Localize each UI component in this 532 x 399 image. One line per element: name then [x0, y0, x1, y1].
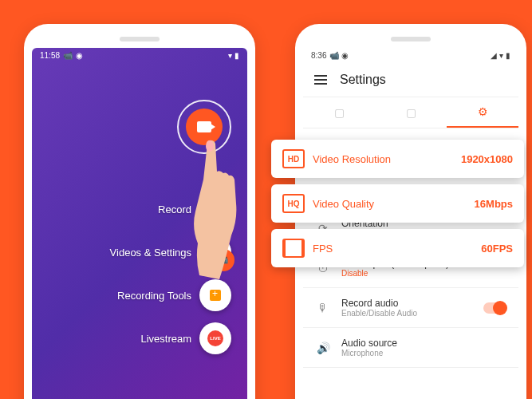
tab-2[interactable]: ▢: [375, 97, 447, 128]
microphone-icon: 🎙: [316, 302, 330, 314]
card-quality[interactable]: HQ Video Quality 16Mbps: [271, 184, 524, 223]
status-bar: 8:36 📹 ◉ ◢ ▾ ▮: [303, 48, 518, 63]
setting-record-audio[interactable]: 🎙 Record audio Enable/Disable Audio: [303, 288, 518, 328]
status-time: 11:58: [40, 51, 60, 60]
audio-toggle[interactable]: [483, 302, 506, 314]
status-icon: ◉: [76, 51, 83, 60]
card-resolution[interactable]: HD Video Resolution 1920x1080: [271, 140, 524, 178]
speaker-icon: 🔊: [316, 342, 330, 354]
page-title: Settings: [340, 73, 386, 87]
card-fps[interactable]: FPS 60FPS: [271, 229, 524, 267]
setting-audio-source[interactable]: 🔊 Audio source Microphone: [303, 328, 518, 368]
fab-tools[interactable]: Recording Tools: [117, 279, 231, 311]
phone-speaker: [391, 37, 431, 41]
status-icon: 📹 ◉: [329, 51, 349, 60]
status-time: 8:36: [311, 51, 326, 60]
phone-speaker: [120, 37, 160, 41]
battery-icon: ▮: [234, 51, 239, 60]
camera-icon: [197, 121, 211, 132]
tab-1[interactable]: ▢: [303, 97, 375, 128]
fab-videos-settings[interactable]: Videos & Settings 📹: [110, 236, 231, 268]
wifi-icon: ▾: [228, 51, 232, 60]
live-icon: LIVE: [207, 330, 223, 346]
camera-icon: [210, 205, 221, 213]
app-header: Settings: [303, 63, 518, 97]
record-button[interactable]: [177, 100, 231, 154]
toolbox-icon: [210, 290, 221, 301]
fab-record[interactable]: Record: [158, 193, 231, 225]
tabs: ▢ ▢ ⚙: [303, 97, 518, 128]
fab-menu: Record Videos & Settings 📹 Recording Too…: [110, 193, 231, 354]
phone-left: 11:58 📹 ◉ ▾ ▮ Record Videos & Settings 📹: [24, 24, 255, 399]
hq-icon: HQ: [282, 194, 305, 213]
menu-icon[interactable]: [314, 75, 327, 85]
tab-settings[interactable]: ⚙: [447, 97, 518, 128]
wifi-icon: ◢ ▾ ▮: [491, 51, 510, 60]
feature-cards: HD Video Resolution 1920x1080 HQ Video Q…: [271, 140, 524, 267]
status-bar: 11:58 📹 ◉ ▾ ▮: [32, 48, 247, 63]
status-recording-icon: 📹: [63, 51, 73, 60]
hd-icon: HD: [282, 149, 305, 168]
fab-livestream[interactable]: Livestream LIVE: [140, 322, 231, 354]
film-icon: [282, 239, 305, 258]
home-screen: 11:58 📹 ◉ ▾ ▮ Record Videos & Settings 📹: [32, 48, 247, 399]
